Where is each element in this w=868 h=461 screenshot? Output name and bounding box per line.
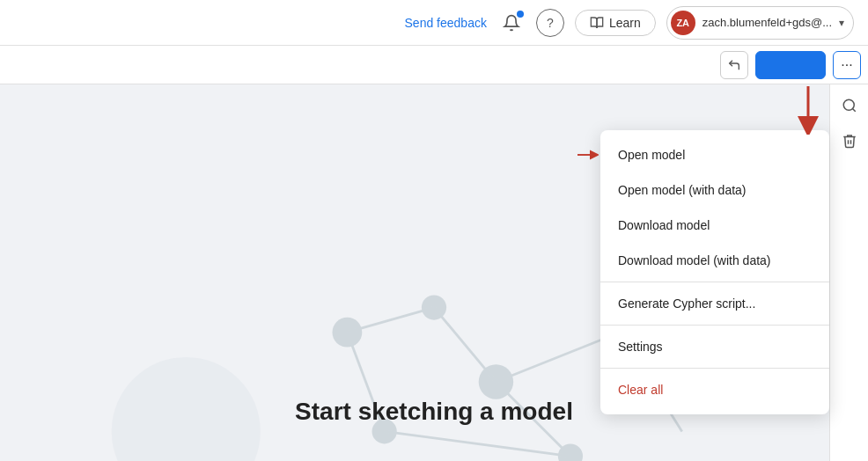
svg-line-15 (852, 108, 855, 111)
user-avatar: ZA (671, 11, 695, 35)
main-canvas: Start sketching a model (0, 84, 868, 461)
open-model-data-label: Open model (with data) (618, 183, 747, 197)
start-sketching-text: Start sketching a model (295, 398, 573, 426)
menu-item-download-model-data[interactable]: Download model (with data) (600, 243, 829, 278)
menu-divider-3 (600, 368, 829, 369)
open-model-label: Open model (618, 148, 685, 162)
action-button[interactable] (755, 51, 826, 79)
svg-point-0 (112, 357, 261, 461)
context-dropdown-menu: Open model Open model (with data) Downlo… (600, 130, 829, 414)
generate-cypher-label: Generate Cypher script... (618, 296, 755, 311)
learn-book-icon (590, 16, 604, 30)
right-sidebar (829, 84, 868, 461)
notification-badge (517, 11, 524, 18)
learn-label: Learn (609, 16, 641, 30)
svg-line-9 (434, 308, 496, 383)
arrow-right-icon (577, 148, 599, 162)
svg-line-8 (347, 308, 434, 333)
user-menu-button[interactable]: ZA zach.blumenfeld+gds@... ▾ (666, 6, 854, 40)
send-feedback-button[interactable]: Send feedback (405, 16, 487, 30)
header-right: Send feedback ? Learn ZA zach.blumenfeld… (405, 6, 854, 40)
menu-item-open-model[interactable]: Open model (600, 137, 829, 172)
menu-item-settings[interactable]: Settings (600, 329, 829, 364)
three-dots-button[interactable]: ··· (833, 51, 861, 79)
menu-item-clear-all[interactable]: Clear all (600, 372, 829, 407)
delete-sidebar-icon[interactable] (835, 127, 864, 155)
subheader: ··· (0, 46, 868, 84)
settings-label: Settings (618, 340, 663, 354)
menu-divider-2 (600, 325, 829, 326)
download-model-data-label: Download model (with data) (618, 253, 771, 267)
search-sidebar-icon[interactable] (835, 91, 864, 120)
undo-icon (727, 58, 741, 72)
learn-button[interactable]: Learn (575, 10, 656, 36)
menu-item-open-model-data[interactable]: Open model (with data) (600, 172, 829, 208)
svg-line-12 (385, 431, 570, 456)
download-model-label: Download model (618, 218, 710, 232)
menu-item-download-model[interactable]: Download model (600, 208, 829, 243)
user-email-label: zach.blumenfeld+gds@... (702, 16, 832, 29)
menu-item-generate-cypher[interactable]: Generate Cypher script... (600, 286, 829, 321)
notification-icon[interactable] (497, 9, 526, 37)
menu-divider-1 (600, 282, 829, 282)
undo-button[interactable] (720, 51, 748, 79)
header: Send feedback ? Learn ZA zach.blumenfeld… (0, 0, 868, 46)
chevron-down-icon: ▾ (839, 17, 844, 29)
three-dots-label: ··· (841, 57, 852, 73)
svg-point-14 (843, 99, 854, 110)
clear-all-label: Clear all (618, 383, 663, 397)
arrow-down-to-dots (791, 86, 826, 135)
help-icon[interactable]: ? (536, 9, 564, 37)
